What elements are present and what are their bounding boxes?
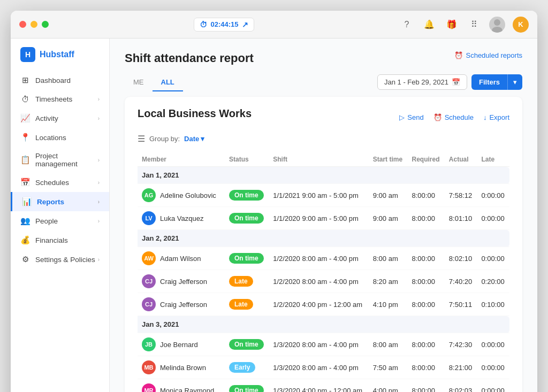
- minimize-button[interactable]: [31, 21, 37, 28]
- nav-item-left: ⏱ Timesheets: [20, 95, 72, 104]
- col-header-actual: Actual: [445, 152, 477, 167]
- shift-cell: 1/2/2020 4:00 pm - 12:00 am: [269, 293, 369, 316]
- member-info: CJ Craig Jefferson: [142, 297, 220, 311]
- help-icon[interactable]: ?: [399, 17, 414, 32]
- gift-icon[interactable]: 🎁: [444, 17, 459, 32]
- nav-icon-locations: 📍: [20, 133, 30, 142]
- table-row: AG Adeline Golubovic On time1/1/2021 9:0…: [138, 184, 509, 207]
- required-cell: 8:00:00: [408, 184, 445, 207]
- member-avatar: AG: [142, 188, 156, 202]
- filters-dropdown-button[interactable]: ▾: [507, 74, 522, 90]
- action-export[interactable]: ↓Export: [483, 113, 509, 121]
- late-cell: 0:20:00: [477, 270, 509, 293]
- date-group-row: Jan 1, 2021: [138, 167, 509, 184]
- svg-point-0: [494, 19, 500, 26]
- late-cell: 0:10:00: [477, 293, 509, 316]
- sidebar-item-settings[interactable]: ⚙ Settings & Policies ›: [11, 250, 109, 269]
- start_time-cell: 9:00 am: [369, 207, 408, 230]
- status-badge: Early: [229, 362, 255, 373]
- shift-cell: 1/3/2020 8:00 am - 4:00 pm: [269, 356, 369, 379]
- tab-me[interactable]: ME: [125, 74, 153, 91]
- sidebar-item-timesheets[interactable]: ⏱ Timesheets ›: [11, 90, 109, 109]
- group-by-value[interactable]: Date ▾: [184, 135, 204, 143]
- status-badge: On time: [229, 385, 264, 392]
- chevron-icon-reports: ›: [98, 199, 100, 205]
- timer-icon: ⏱: [200, 20, 207, 29]
- date-group-row: Jan 2, 2021: [138, 230, 509, 247]
- member-info: AW Adam Wilson: [142, 251, 220, 265]
- member-name: Craig Jefferson: [160, 301, 207, 309]
- sidebar-item-schedules[interactable]: 📅 Schedules ›: [11, 173, 109, 192]
- action-send[interactable]: ▷Send: [399, 113, 423, 121]
- user-initial-badge[interactable]: K: [513, 17, 529, 33]
- date-group-row: Jan 3, 2021: [138, 316, 509, 333]
- sidebar: H Hubstaff ⊞ Dashboard ⏱ Timesheets › 📈 …: [11, 39, 110, 392]
- grid-icon[interactable]: ⠿: [467, 17, 482, 32]
- sidebar-item-people[interactable]: 👥 People ›: [11, 211, 109, 230]
- chevron-icon-activity: ›: [98, 116, 100, 121]
- status-badge: On time: [229, 213, 264, 224]
- member-name: Adeline Golubovic: [160, 191, 216, 199]
- col-header-member: Member: [138, 152, 225, 167]
- nav-label-schedules: Schedules: [35, 179, 69, 187]
- calendar-icon: 📅: [452, 78, 460, 86]
- status-cell: On time: [225, 207, 269, 230]
- actual-cell: 8:01:10: [445, 207, 477, 230]
- action-schedule[interactable]: ⏰Schedule: [433, 113, 474, 121]
- timer-badge[interactable]: ⏱ 02:44:15 ↗: [194, 18, 254, 32]
- sidebar-item-reports[interactable]: 📊 Reports ›: [11, 192, 109, 211]
- date-range-picker[interactable]: Jan 1 - Feb 29, 2021 📅: [377, 74, 467, 90]
- tab-bar: MEALL: [125, 74, 183, 90]
- page-header: Shift attendance report ⏰ Scheduled repo…: [125, 51, 522, 65]
- member-info: CJ Craig Jefferson: [142, 274, 220, 288]
- member-avatar: JB: [142, 337, 156, 351]
- tab-all[interactable]: ALL: [153, 74, 183, 91]
- late-cell: 0:00:00: [477, 247, 509, 270]
- timer-expand-icon[interactable]: ↗: [242, 20, 248, 29]
- member-cell: MR Monica Raymond: [138, 379, 225, 393]
- member-cell: MB Melinda Brown: [138, 356, 225, 379]
- scheduled-reports-label: Scheduled reports: [466, 51, 522, 59]
- required-cell: 8:00:00: [408, 379, 445, 393]
- member-cell: JB Joe Bernard: [138, 333, 225, 356]
- member-cell: AW Adam Wilson: [138, 247, 225, 270]
- status-cell: On time: [225, 184, 269, 207]
- nav-item-left: 📈 Activity: [20, 113, 58, 123]
- notification-icon[interactable]: 🔔: [422, 17, 437, 32]
- maximize-button[interactable]: [42, 21, 49, 28]
- shift-cell: 1/2/2020 8:00 am - 4:00 pm: [269, 247, 369, 270]
- late-cell: 0:00:00: [477, 333, 509, 356]
- scheduled-reports-link[interactable]: ⏰ Scheduled reports: [454, 51, 522, 59]
- nav-icon-activity: 📈: [20, 113, 30, 123]
- sidebar-item-activity[interactable]: 📈 Activity ›: [11, 109, 109, 128]
- nav-icon-people: 👥: [20, 216, 30, 226]
- sidebar-item-dashboard[interactable]: ⊞ Dashboard: [11, 71, 109, 90]
- member-avatar: LV: [142, 211, 156, 225]
- titlebar: ⏱ 02:44:15 ↗ ? 🔔 🎁 ⠿ K: [11, 11, 537, 39]
- sidebar-item-locations[interactable]: 📍 Locations: [11, 128, 109, 147]
- chevron-icon-timesheets: ›: [98, 96, 100, 102]
- close-button[interactable]: [19, 21, 26, 28]
- member-avatar: AW: [142, 251, 156, 265]
- status-badge: Late: [229, 276, 253, 287]
- profile-avatar[interactable]: [489, 17, 505, 33]
- org-title: Local Business Works: [138, 107, 252, 120]
- shift-cell: 1/1/2020 9:00 am - 5:00 pm: [269, 207, 369, 230]
- member-info: AG Adeline Golubovic: [142, 188, 220, 202]
- status-badge: On time: [229, 253, 264, 264]
- nav-item-left: 📊 Reports: [22, 197, 64, 206]
- col-header-start-time: Start time: [369, 152, 408, 167]
- sidebar-item-financials[interactable]: 💰 Financials: [11, 230, 109, 250]
- filters-button[interactable]: Filters: [471, 74, 507, 90]
- member-info: MB Melinda Brown: [142, 360, 220, 374]
- start_time-cell: 4:10 pm: [369, 293, 408, 316]
- shift-cell: 1/1/2021 9:00 am - 5:00 pm: [269, 184, 369, 207]
- status-cell: On time: [225, 247, 269, 270]
- col-header-shift: Shift: [269, 152, 369, 167]
- col-header-status: Status: [225, 152, 269, 167]
- late-cell: 0:00:00: [477, 379, 509, 393]
- page-title: Shift attendance report: [125, 51, 254, 65]
- col-header-late: Late: [477, 152, 509, 167]
- table-row: LV Luka Vazquez On time1/1/2020 9:00 am …: [138, 207, 509, 230]
- sidebar-item-project-management[interactable]: 📋 Project management ›: [11, 147, 109, 173]
